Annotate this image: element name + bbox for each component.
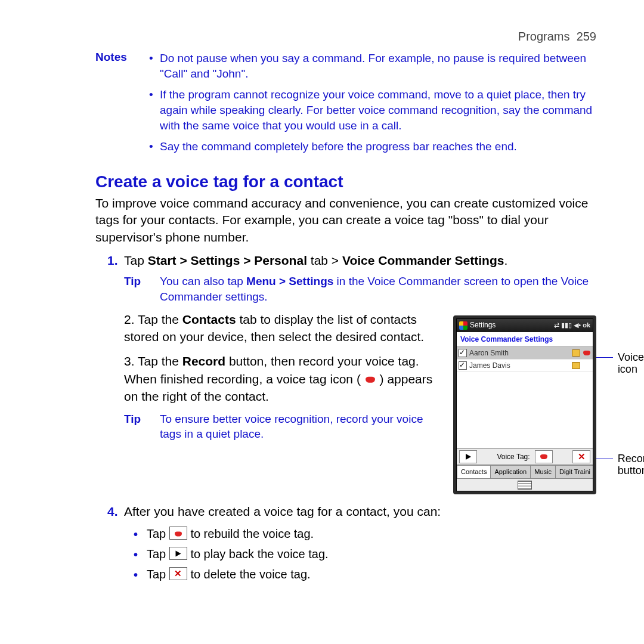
note-item: If the program cannot recognize your voi…	[149, 87, 596, 133]
tip-text: You can also tap Menu > Settings in the …	[160, 274, 596, 304]
callout-voice-tag-icon: Voice tag icon	[613, 351, 644, 376]
notes-block: Notes Do not pause when you say a comman…	[95, 51, 596, 160]
voice-tag-controls: Voice Tag: ✕	[457, 448, 593, 465]
contact-name: Aaron Smith	[469, 348, 569, 358]
screen-subtitle: Voice Commander Settings	[457, 332, 593, 348]
step-4: 4. After you have created a voice tag fo…	[107, 503, 596, 582]
step-number: 1.	[107, 252, 118, 269]
step-number: 2.	[124, 312, 135, 326]
callout-line	[596, 357, 613, 358]
checkbox-icon[interactable]	[459, 361, 467, 370]
tab-digit-training[interactable]: Digit Traini	[555, 465, 593, 478]
tab-music[interactable]: Music	[530, 465, 556, 478]
checkbox-icon[interactable]	[459, 349, 467, 357]
rebuild-icon	[169, 527, 187, 540]
voice-tag-icon	[583, 349, 591, 357]
callout-line	[596, 459, 613, 459]
speaker-icon: ◀•	[574, 321, 581, 330]
note-item: Say the command completely before the pr…	[149, 139, 596, 154]
ok-button[interactable]: ok	[583, 321, 590, 330]
tab-application[interactable]: Application	[490, 465, 531, 478]
sub-item: Tap to play back the voice tag.	[134, 546, 596, 562]
delete-button[interactable]: ✕	[572, 450, 590, 463]
sub-item: Tap ✕ to delete the voice tag.	[134, 566, 596, 583]
tabs-bar: Contacts Application Music Digit Traini …	[457, 465, 593, 478]
steps-list: 1. Tap Start > Settings > Personal tab >…	[107, 252, 596, 583]
sub-item: Tap to rebuild the voice tag.	[134, 525, 596, 542]
step-number: 4.	[107, 503, 118, 520]
step-2-3-with-figure: 2. Tap the Contacts tab to display the l…	[107, 311, 596, 495]
tab-contacts[interactable]: Contacts	[457, 465, 491, 478]
section-name: Programs	[518, 30, 570, 43]
start-icon[interactable]	[459, 321, 467, 330]
notes-label: Notes	[95, 51, 149, 160]
voice-tag-icon	[364, 373, 376, 385]
step-4-sublist: Tap to rebuild the voice tag. Tap to pla…	[134, 525, 596, 583]
notes-list: Do not pause when you say a command. For…	[149, 51, 596, 160]
contact-row[interactable]: James Davis	[457, 360, 593, 372]
tip-text: To ensure better voice recognition, reco…	[160, 411, 442, 442]
status-icons: ⇄ ▮▮▯ ◀• ok	[554, 321, 590, 330]
contacts-list[interactable]: Aaron Smith James Davis	[457, 347, 593, 448]
titlebar-label: Settings	[470, 320, 496, 330]
tip-label: Tip	[124, 411, 160, 442]
section-heading: Create a voice tag for a contact	[95, 172, 596, 191]
step-number: 3.	[124, 354, 135, 368]
step-1: 1. Tap Start > Settings > Personal tab >…	[107, 252, 596, 305]
tip-label: Tip	[124, 274, 160, 304]
tip-block: Tip To ensure better voice recognition, …	[124, 411, 442, 442]
contact-name: James Davis	[469, 361, 569, 371]
device-titlebar: Settings ⇄ ▮▮▯ ◀• ok	[457, 319, 593, 332]
voice-tag-label: Voice Tag:	[497, 452, 530, 462]
note-item: Do not pause when you say a command. For…	[149, 51, 596, 81]
play-icon	[169, 547, 187, 560]
record-button[interactable]	[535, 450, 553, 463]
contact-card-icon	[572, 349, 580, 357]
contact-card-icon	[572, 361, 580, 370]
connectivity-icon: ⇄	[554, 321, 559, 330]
sip-bar	[457, 478, 593, 491]
device-figure: Settings ⇄ ▮▮▯ ◀• ok Voice Commander Set…	[453, 315, 596, 495]
keyboard-icon[interactable]	[518, 481, 532, 490]
page-header: Programs 259	[95, 30, 596, 44]
signal-icon: ▮▮▯	[561, 321, 572, 330]
callout-record-button: Record button	[613, 453, 644, 477]
intro-text: To improve voice command accuracy and co…	[95, 195, 596, 246]
delete-icon: ✕	[169, 567, 187, 580]
page-number: 259	[577, 30, 596, 43]
play-button[interactable]	[459, 450, 477, 463]
tip-block: Tip You can also tap Menu > Settings in …	[124, 274, 596, 304]
contact-row[interactable]: Aaron Smith	[457, 347, 593, 360]
